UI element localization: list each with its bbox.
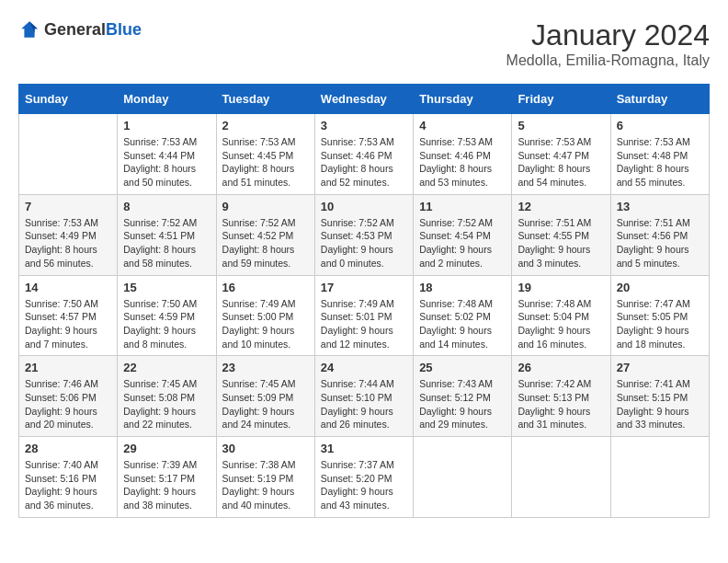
calendar-cell: 31Sunrise: 7:37 AMSunset: 5:20 PMDayligh… <box>314 437 413 518</box>
calendar-week-row: 28Sunrise: 7:40 AMSunset: 5:16 PMDayligh… <box>19 437 710 518</box>
calendar-cell: 28Sunrise: 7:40 AMSunset: 5:16 PMDayligh… <box>19 437 118 518</box>
cell-info: Sunrise: 7:53 AMSunset: 4:46 PMDaylight:… <box>419 135 506 190</box>
calendar-cell: 19Sunrise: 7:48 AMSunset: 5:04 PMDayligh… <box>512 275 610 356</box>
cell-info: Sunrise: 7:45 AMSunset: 5:08 PMDaylight:… <box>123 377 210 431</box>
cell-info: Sunrise: 7:50 AMSunset: 4:57 PMDaylight:… <box>25 297 111 351</box>
calendar-cell: 27Sunrise: 7:41 AMSunset: 5:15 PMDayligh… <box>610 356 709 437</box>
cell-info: Sunrise: 7:52 AMSunset: 4:51 PMDaylight:… <box>123 216 210 270</box>
calendar-week-row: 1Sunrise: 7:53 AMSunset: 4:44 PMDaylight… <box>19 114 710 195</box>
calendar-week-row: 7Sunrise: 7:53 AMSunset: 4:49 PMDaylight… <box>19 194 710 275</box>
day-number: 31 <box>321 442 407 455</box>
cell-info: Sunrise: 7:42 AMSunset: 5:13 PMDaylight:… <box>518 377 604 431</box>
cell-info: Sunrise: 7:53 AMSunset: 4:45 PMDaylight:… <box>222 135 309 190</box>
day-number: 24 <box>321 361 407 374</box>
day-number: 19 <box>518 281 604 294</box>
calendar-cell <box>610 437 709 518</box>
calendar-cell: 4Sunrise: 7:53 AMSunset: 4:46 PMDaylight… <box>414 114 512 195</box>
calendar-cell: 22Sunrise: 7:45 AMSunset: 5:08 PMDayligh… <box>118 356 216 437</box>
cell-info: Sunrise: 7:40 AMSunset: 5:16 PMDaylight:… <box>25 458 111 512</box>
day-number: 25 <box>419 361 506 374</box>
cell-info: Sunrise: 7:39 AMSunset: 5:17 PMDaylight:… <box>123 458 210 512</box>
cell-info: Sunrise: 7:43 AMSunset: 5:12 PMDaylight:… <box>419 377 506 431</box>
day-number: 23 <box>222 361 309 374</box>
calendar-table: SundayMondayTuesdayWednesdayThursdayFrid… <box>18 84 710 518</box>
calendar-cell: 12Sunrise: 7:51 AMSunset: 4:55 PMDayligh… <box>512 194 610 275</box>
cell-info: Sunrise: 7:51 AMSunset: 4:55 PMDaylight:… <box>518 216 604 270</box>
day-number: 29 <box>123 442 210 455</box>
day-header-wednesday: Wednesday <box>314 85 413 114</box>
calendar-cell <box>414 437 512 518</box>
calendar-cell: 21Sunrise: 7:46 AMSunset: 5:06 PMDayligh… <box>19 356 118 437</box>
logo-text-general: General <box>44 20 106 39</box>
day-number: 14 <box>25 281 111 294</box>
logo: GeneralBlue <box>18 18 142 40</box>
cell-info: Sunrise: 7:49 AMSunset: 5:01 PMDaylight:… <box>321 297 407 351</box>
page-header: GeneralBlue January 2024 Medolla, Emilia… <box>18 18 710 69</box>
calendar-cell: 20Sunrise: 7:47 AMSunset: 5:05 PMDayligh… <box>610 275 709 356</box>
cell-info: Sunrise: 7:50 AMSunset: 4:59 PMDaylight:… <box>123 297 210 351</box>
day-number: 9 <box>222 200 309 213</box>
calendar-cell: 23Sunrise: 7:45 AMSunset: 5:09 PMDayligh… <box>216 356 314 437</box>
calendar-cell: 11Sunrise: 7:52 AMSunset: 4:54 PMDayligh… <box>414 194 512 275</box>
cell-info: Sunrise: 7:44 AMSunset: 5:10 PMDaylight:… <box>321 377 407 431</box>
day-number: 27 <box>617 361 703 374</box>
calendar-header-row: SundayMondayTuesdayWednesdayThursdayFrid… <box>19 85 710 114</box>
day-header-tuesday: Tuesday <box>216 85 314 114</box>
calendar-cell: 6Sunrise: 7:53 AMSunset: 4:48 PMDaylight… <box>610 114 709 195</box>
calendar-cell: 17Sunrise: 7:49 AMSunset: 5:01 PMDayligh… <box>314 275 413 356</box>
cell-info: Sunrise: 7:46 AMSunset: 5:06 PMDaylight:… <box>25 377 111 431</box>
calendar-cell: 7Sunrise: 7:53 AMSunset: 4:49 PMDaylight… <box>19 194 118 275</box>
day-header-friday: Friday <box>512 85 610 114</box>
day-number: 28 <box>25 442 111 455</box>
cell-info: Sunrise: 7:41 AMSunset: 5:15 PMDaylight:… <box>617 377 703 431</box>
cell-info: Sunrise: 7:53 AMSunset: 4:46 PMDaylight:… <box>321 135 407 190</box>
day-number: 3 <box>321 119 407 132</box>
cell-info: Sunrise: 7:53 AMSunset: 4:44 PMDaylight:… <box>123 135 210 190</box>
calendar-cell: 26Sunrise: 7:42 AMSunset: 5:13 PMDayligh… <box>512 356 610 437</box>
day-number: 7 <box>25 200 111 213</box>
title-block: January 2024 Medolla, Emilia-Romagna, It… <box>506 18 710 69</box>
calendar-cell: 8Sunrise: 7:52 AMSunset: 4:51 PMDaylight… <box>118 194 216 275</box>
day-number: 5 <box>518 119 604 132</box>
calendar-cell: 15Sunrise: 7:50 AMSunset: 4:59 PMDayligh… <box>118 275 216 356</box>
day-number: 20 <box>617 281 703 294</box>
cell-info: Sunrise: 7:48 AMSunset: 5:02 PMDaylight:… <box>419 297 506 351</box>
cell-info: Sunrise: 7:52 AMSunset: 4:54 PMDaylight:… <box>419 216 506 270</box>
day-number: 17 <box>321 281 407 294</box>
cell-info: Sunrise: 7:53 AMSunset: 4:49 PMDaylight:… <box>25 216 111 270</box>
month-year-title: January 2024 <box>506 18 710 52</box>
day-number: 12 <box>518 200 604 213</box>
day-number: 15 <box>123 281 210 294</box>
calendar-cell: 3Sunrise: 7:53 AMSunset: 4:46 PMDaylight… <box>314 114 413 195</box>
calendar-cell: 10Sunrise: 7:52 AMSunset: 4:53 PMDayligh… <box>314 194 413 275</box>
day-header-thursday: Thursday <box>414 85 512 114</box>
calendar-cell: 5Sunrise: 7:53 AMSunset: 4:47 PMDaylight… <box>512 114 610 195</box>
day-number: 4 <box>419 119 506 132</box>
cell-info: Sunrise: 7:52 AMSunset: 4:53 PMDaylight:… <box>321 216 407 270</box>
day-number: 10 <box>321 200 407 213</box>
day-number: 8 <box>123 200 210 213</box>
cell-info: Sunrise: 7:38 AMSunset: 5:19 PMDaylight:… <box>222 458 309 512</box>
calendar-cell: 24Sunrise: 7:44 AMSunset: 5:10 PMDayligh… <box>314 356 413 437</box>
day-header-monday: Monday <box>118 85 216 114</box>
calendar-cell: 9Sunrise: 7:52 AMSunset: 4:52 PMDaylight… <box>216 194 314 275</box>
day-number: 6 <box>617 119 703 132</box>
calendar-cell: 2Sunrise: 7:53 AMSunset: 4:45 PMDaylight… <box>216 114 314 195</box>
logo-text-blue: Blue <box>106 20 142 39</box>
day-number: 13 <box>617 200 703 213</box>
cell-info: Sunrise: 7:51 AMSunset: 4:56 PMDaylight:… <box>617 216 703 270</box>
calendar-body: 1Sunrise: 7:53 AMSunset: 4:44 PMDaylight… <box>19 114 710 518</box>
logo-icon <box>18 18 40 40</box>
day-number: 2 <box>222 119 309 132</box>
cell-info: Sunrise: 7:37 AMSunset: 5:20 PMDaylight:… <box>321 458 407 512</box>
cell-info: Sunrise: 7:45 AMSunset: 5:09 PMDaylight:… <box>222 377 309 431</box>
cell-info: Sunrise: 7:48 AMSunset: 5:04 PMDaylight:… <box>518 297 604 351</box>
calendar-cell: 13Sunrise: 7:51 AMSunset: 4:56 PMDayligh… <box>610 194 709 275</box>
calendar-week-row: 21Sunrise: 7:46 AMSunset: 5:06 PMDayligh… <box>19 356 710 437</box>
cell-info: Sunrise: 7:52 AMSunset: 4:52 PMDaylight:… <box>222 216 309 270</box>
cell-info: Sunrise: 7:53 AMSunset: 4:48 PMDaylight:… <box>617 135 703 190</box>
calendar-cell: 18Sunrise: 7:48 AMSunset: 5:02 PMDayligh… <box>414 275 512 356</box>
day-number: 11 <box>419 200 506 213</box>
day-number: 30 <box>222 442 309 455</box>
day-header-sunday: Sunday <box>19 85 118 114</box>
